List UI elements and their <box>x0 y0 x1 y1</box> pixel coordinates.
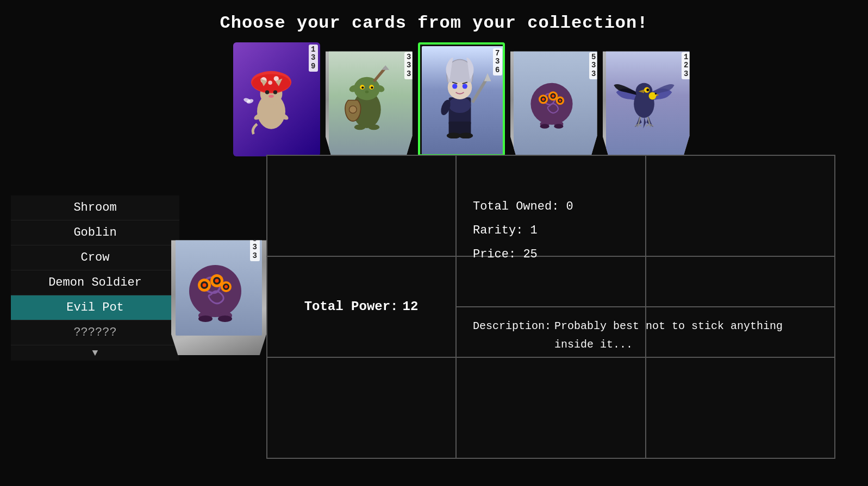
selected-card-badge: 5 3 3 <box>250 234 260 261</box>
grid-cell-2-2[interactable] <box>646 357 835 458</box>
svg-point-83 <box>224 285 228 288</box>
svg-point-24 <box>365 91 369 93</box>
card-crow-badge: 1 2 3 <box>682 52 689 79</box>
svg-marker-27 <box>382 65 389 70</box>
svg-point-34 <box>462 84 467 89</box>
card-shroom[interactable]: 1 3 9 <box>233 42 320 156</box>
grid-cell-0-2[interactable] <box>646 155 835 256</box>
svg-point-28 <box>354 124 365 130</box>
svg-point-11 <box>268 95 273 98</box>
sidebar-item-crow[interactable]: Crow <box>11 245 179 270</box>
sidebar-item-demon-soldier[interactable]: Demon Soldier <box>11 270 179 295</box>
card-shroom-badge: 1 3 9 <box>309 45 317 72</box>
svg-marker-41 <box>484 73 491 81</box>
sidebar: Shroom Goblin Crow Demon Soldier Evil Po… <box>11 195 179 361</box>
svg-point-52 <box>559 99 561 102</box>
sidebar-item-evil-pot[interactable]: Evil Pot <box>11 295 179 320</box>
svg-point-64 <box>654 93 656 94</box>
sidebar-item-unknown[interactable]: ?????? <box>11 320 179 345</box>
grid-cell-2-1[interactable] <box>456 357 645 458</box>
svg-point-87 <box>218 315 232 322</box>
card-goblin-badge: 3 3 3 <box>404 52 412 79</box>
grid-cell-1-2[interactable] <box>646 256 835 357</box>
sidebar-scroll-down[interactable]: ▼ <box>11 345 179 361</box>
grid-cell-0-1[interactable] <box>456 155 645 256</box>
svg-point-46 <box>542 98 545 100</box>
svg-line-71 <box>646 124 650 126</box>
svg-point-29 <box>368 124 379 130</box>
cards-row: 1 3 9 <box>0 33 868 156</box>
selected-card-large[interactable]: 5 3 3 <box>171 225 266 348</box>
svg-point-6 <box>268 81 272 85</box>
svg-point-33 <box>452 84 457 89</box>
card-demon-soldier[interactable]: 7 3 6 <box>418 42 505 156</box>
svg-point-56 <box>554 124 563 129</box>
svg-point-86 <box>198 315 213 322</box>
svg-line-70 <box>638 124 641 126</box>
svg-point-49 <box>552 94 554 97</box>
grid-cell-1-0[interactable] <box>267 256 456 357</box>
grid-cell-1-1[interactable] <box>456 256 645 357</box>
card-goblin[interactable]: 3 3 3 <box>326 42 413 156</box>
svg-point-10 <box>273 90 277 94</box>
grid-cell-0-0[interactable] <box>267 155 456 256</box>
sidebar-item-goblin[interactable]: Goblin <box>11 220 179 245</box>
card-crow[interactable]: 1 2 3 <box>603 42 690 156</box>
grid-cell-2-0[interactable] <box>267 357 456 458</box>
svg-point-23 <box>371 86 373 89</box>
sidebar-item-shroom[interactable]: Shroom <box>11 195 179 220</box>
svg-point-9 <box>265 90 268 94</box>
card-demon-soldier-badge: 7 3 6 <box>493 48 502 75</box>
card-evil-pot-top-badge: 5 3 3 <box>589 52 597 79</box>
svg-point-22 <box>361 86 364 89</box>
svg-point-38 <box>446 132 460 138</box>
main-grid <box>266 155 835 459</box>
svg-point-39 <box>459 132 473 138</box>
svg-point-55 <box>540 124 549 129</box>
card-evil-pot-top[interactable]: 5 3 3 <box>510 42 597 156</box>
svg-point-25 <box>349 106 357 113</box>
svg-point-77 <box>203 283 207 287</box>
page-title: Choose your cards from your collection! <box>0 0 868 33</box>
svg-point-80 <box>215 279 219 283</box>
svg-point-61 <box>646 89 649 91</box>
